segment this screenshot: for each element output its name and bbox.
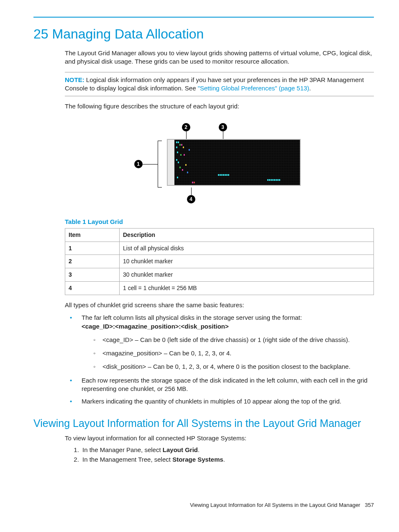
top-rule <box>33 17 374 18</box>
after-table-text: All types of chunklet grid screens share… <box>65 301 374 309</box>
cell-item: 1 <box>65 242 120 255</box>
layout-grid-figure: 2 3 1 4 <box>65 122 374 201</box>
list-item: <cage_ID> – Can be 0 (left side of the d… <box>89 336 374 344</box>
section-heading: Viewing Layout Information for All Syste… <box>33 416 374 431</box>
list-item: In the Manager Pane, select Layout Grid. <box>81 446 374 454</box>
sub-list: <cage_ID> – Can be 0 (left side of the d… <box>89 336 374 371</box>
list-item: In the Management Tree, select Storage S… <box>81 455 374 464</box>
list-item: The far left column lists all physical d… <box>65 314 374 371</box>
cell-desc: 1 cell = 1 chunklet = 256 MB <box>120 282 374 295</box>
note-xref-link[interactable]: "Setting Global Preferences" (page 513) <box>198 85 309 92</box>
table-row: 2 10 chunklet marker <box>65 255 374 268</box>
th-item: Item <box>65 228 120 242</box>
footer-page-number: 357 <box>365 502 374 508</box>
table-row: 3 30 chunklet marker <box>65 268 374 282</box>
chapter-intro: The Layout Grid Manager allows you to vi… <box>65 49 374 66</box>
chapter-title: Managing Data Allocation <box>52 26 204 41</box>
list-item: Each row represents the storage space of… <box>65 376 374 393</box>
step-2a: In the Management Tree, select <box>82 456 172 463</box>
layout-grid-table: Item Description 1 List of all physical … <box>65 228 374 295</box>
callout-1-icon: 1 <box>134 160 143 168</box>
section-intro: To view layout information for all conne… <box>65 434 374 442</box>
callout-3-icon: 3 <box>219 123 227 131</box>
cell-item: 4 <box>65 282 120 295</box>
step-2c: . <box>223 456 225 463</box>
list-item: <magazine_position> – Can be 0, 1, 2, 3,… <box>89 349 374 357</box>
cell-desc: 30 chunklet marker <box>120 268 374 282</box>
cell-item: 3 <box>65 268 120 282</box>
footer-text: Viewing Layout Information for All Syste… <box>190 502 360 508</box>
step-1c: . <box>198 446 200 453</box>
callout-stem <box>143 164 158 164</box>
step-2b: Storage Systems <box>172 456 223 463</box>
page-footer: Viewing Layout Information for All Syste… <box>33 501 374 509</box>
table-row: 4 1 cell = 1 chunklet = 256 MB <box>65 282 374 295</box>
chapter-number: 25 <box>33 26 49 41</box>
callout-4-icon: 4 <box>187 195 195 203</box>
table-caption: Table 1 Layout Grid <box>65 218 374 226</box>
layout-grid-thumbnail <box>167 139 301 186</box>
bullet-1-text: The far left column lists all physical d… <box>82 314 302 321</box>
figure-intro: The following figure describes the struc… <box>65 102 374 111</box>
cell-desc: 10 chunklet marker <box>120 255 374 268</box>
list-item: Markers indicating the quantity of chunk… <box>65 397 374 406</box>
bullet-1-bold: <cage_ID>:<magazine_position>:<disk_posi… <box>82 323 229 330</box>
step-1a: In the Manager Pane, select <box>82 446 163 453</box>
steps-list: In the Manager Pane, select Layout Grid.… <box>65 446 374 464</box>
callout-stem <box>191 188 192 195</box>
callout-2-icon: 2 <box>182 123 190 131</box>
list-item: <disk_position> – Can be 0, 1, 2, 3, or … <box>89 362 374 371</box>
bracket-icon <box>158 141 162 188</box>
cell-item: 2 <box>65 255 120 268</box>
cell-desc: List of all physical disks <box>120 242 374 255</box>
step-1b: Layout Grid <box>163 446 198 453</box>
chapter-heading: 25 Managing Data Allocation <box>33 25 374 43</box>
table-header-row: Item Description <box>65 228 374 242</box>
note-label: NOTE: <box>65 76 84 83</box>
table-row: 1 List of all physical disks <box>65 242 374 255</box>
note-box: NOTE: Logical disk information only appe… <box>65 72 374 97</box>
th-desc: Description <box>120 228 374 242</box>
feature-list: The far left column lists all physical d… <box>65 314 374 406</box>
note-suffix: . <box>309 85 311 92</box>
